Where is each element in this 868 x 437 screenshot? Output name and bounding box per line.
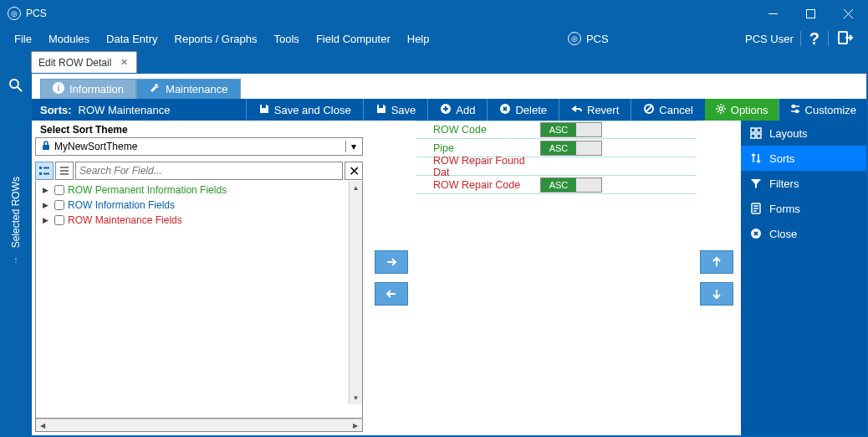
tab-close-icon[interactable]: ✕	[118, 57, 130, 69]
options-label: Options	[731, 104, 768, 116]
app-label: ◎ PCS	[559, 32, 617, 45]
side-filters[interactable]: Filters	[741, 171, 866, 196]
maximize-button[interactable]	[792, 1, 830, 26]
side-layouts[interactable]: Layouts	[741, 121, 866, 146]
save-icon	[258, 103, 270, 117]
selected-rows-label[interactable]: Selected ROWs	[10, 172, 22, 253]
svg-point-5	[10, 80, 18, 88]
side-forms[interactable]: Forms	[741, 196, 866, 221]
help-icon[interactable]: ?	[801, 29, 828, 49]
tab-edit-row-detail[interactable]: Edit ROW Detail ✕	[31, 51, 137, 73]
tree-row[interactable]: ▶ ROW Maintenance Fields	[38, 213, 360, 228]
sorts-icon	[749, 152, 763, 164]
tree-row[interactable]: ▶ ROW Permanent Information Fields	[38, 183, 360, 198]
svg-point-17	[795, 110, 798, 112]
expand-icon[interactable]: ▶	[43, 186, 51, 194]
section-tabs: i Information Maintenance	[32, 74, 866, 99]
toggle-off	[576, 178, 601, 192]
tab-maintenance[interactable]: Maintenance	[136, 79, 240, 99]
menu-modules[interactable]: Modules	[40, 26, 98, 51]
save-close-button[interactable]: Save and Close	[246, 99, 363, 121]
asc-desc-toggle[interactable]: ASC	[540, 122, 602, 137]
tree-scrollbar-horizontal[interactable]: ◀ ▶	[35, 419, 363, 432]
asc-desc-toggle[interactable]: ASC	[540, 141, 602, 156]
layouts-icon	[749, 127, 763, 139]
save-button[interactable]: Save	[363, 99, 428, 121]
window-title: PCS	[26, 8, 754, 19]
field-toolbar: ✕	[35, 161, 363, 181]
menu-data-entry[interactable]: Data Entry	[98, 26, 166, 51]
side-sorts-label: Sorts	[769, 152, 794, 165]
svg-rect-18	[43, 145, 49, 150]
move-up-button[interactable]	[700, 250, 733, 274]
asc-desc-toggle[interactable]: ASC	[540, 177, 602, 193]
sort-row[interactable]: ROW Code ASC	[416, 121, 696, 139]
svg-rect-29	[757, 134, 761, 138]
move-down-button[interactable]	[700, 282, 733, 306]
revert-button[interactable]: Revert	[559, 99, 631, 121]
side-close[interactable]: Close	[741, 221, 866, 246]
side-filters-label: Filters	[769, 177, 799, 190]
logout-icon[interactable]	[829, 29, 862, 49]
scroll-down-icon[interactable]: ▼	[350, 391, 362, 404]
tab-information[interactable]: i Information	[40, 79, 136, 99]
sort-row[interactable]: ROW Repair Code ASC	[416, 176, 696, 194]
sliders-icon	[789, 103, 801, 117]
field-tree[interactable]: ▶ ROW Permanent Information Fields ▶ ROW…	[35, 181, 363, 419]
svg-rect-1	[807, 9, 815, 18]
tree-checkbox[interactable]	[54, 200, 64, 210]
customize-tab[interactable]: Customize	[779, 99, 866, 121]
user-label[interactable]: PCS User	[738, 31, 801, 46]
save-close-label: Save and Close	[274, 104, 351, 116]
tree-row[interactable]: ▶ ROW Information Fields	[38, 198, 360, 213]
options-tab[interactable]: Options	[705, 99, 779, 121]
menu-file[interactable]: File	[6, 26, 40, 51]
tree-checkbox[interactable]	[54, 215, 64, 225]
move-left-button[interactable]	[375, 282, 408, 306]
dropdown-icon[interactable]: ▾	[345, 141, 360, 152]
search-input[interactable]	[75, 162, 343, 180]
list-view-toggle[interactable]	[55, 162, 74, 180]
delete-button[interactable]: Delete	[487, 99, 559, 121]
forms-icon	[749, 203, 763, 214]
transfer-controls	[366, 121, 416, 435]
cancel-button[interactable]: Cancel	[631, 99, 704, 121]
sort-columns: ROW Code ASC Pipe ASC ROW Repair Found D…	[416, 121, 741, 435]
theme-select[interactable]: MyNewSortTheme ▾	[35, 137, 363, 156]
menu-reports[interactable]: Reports / Graphs	[166, 26, 266, 51]
scroll-up-icon[interactable]: ▲	[350, 181, 362, 194]
scroll-right-icon[interactable]: ▶	[349, 419, 362, 431]
sort-row[interactable]: ROW Repair Found Dat	[416, 157, 696, 176]
close-button[interactable]	[830, 1, 867, 26]
svg-rect-19	[39, 167, 42, 169]
clear-search-button[interactable]: ✕	[345, 162, 363, 180]
gear-icon	[715, 103, 727, 117]
app-icon: ◎	[8, 7, 21, 20]
app-label-text: PCS	[586, 33, 609, 45]
expand-icon[interactable]: ▶	[43, 201, 51, 209]
side-sorts[interactable]: Sorts	[741, 146, 866, 171]
expand-icon[interactable]: ▶	[43, 216, 51, 224]
left-rail: Selected ROWs ⋮	[1, 73, 31, 436]
sorts-label: Sorts:	[32, 104, 79, 116]
menu-help[interactable]: Help	[399, 26, 438, 51]
svg-line-12	[646, 105, 652, 112]
tree-scrollbar-vertical[interactable]: ▲ ▼	[349, 181, 362, 404]
tab-strip: Edit ROW Detail ✕	[1, 51, 867, 73]
add-label: Add	[456, 104, 475, 116]
add-button[interactable]: Add	[427, 99, 487, 121]
sort-field-label: ROW Repair Found Dat	[416, 155, 540, 178]
scroll-left-icon[interactable]: ◀	[36, 419, 49, 431]
search-icon[interactable]	[8, 78, 23, 96]
menu-tools[interactable]: Tools	[266, 26, 308, 51]
close-circle-icon	[749, 228, 763, 239]
menu-field-computer[interactable]: Field Computer	[308, 26, 399, 51]
titlebar: ◎ PCS	[1, 1, 867, 26]
move-right-button[interactable]	[375, 250, 408, 274]
plus-icon	[440, 103, 452, 117]
tree-checkbox[interactable]	[54, 185, 64, 195]
minimize-button[interactable]	[754, 1, 792, 26]
app-window: ◎ PCS File Modules Data Entry Reports / …	[0, 0, 868, 437]
tree-view-toggle[interactable]	[35, 162, 54, 180]
side-close-label: Close	[769, 228, 797, 240]
